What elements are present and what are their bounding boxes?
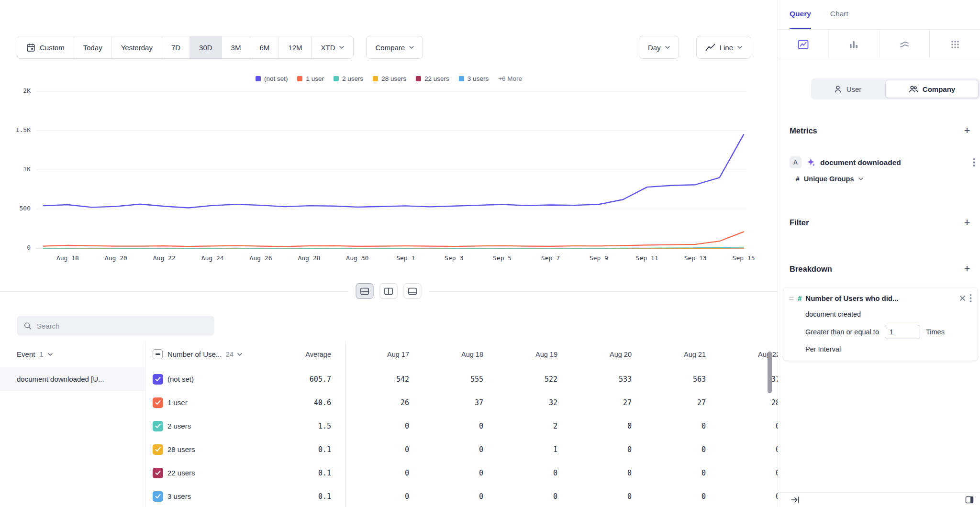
metric-event-name[interactable]: document downloaded (820, 158, 968, 167)
event-list-column: Event 1 document downloaded [U... (0, 341, 145, 507)
range-6m[interactable]: 6M (250, 36, 278, 58)
row-checkbox[interactable] (153, 421, 163, 431)
row-checkbox-cell (145, 421, 167, 431)
calendar-icon (26, 43, 35, 52)
range-xtd[interactable]: XTD (311, 36, 353, 58)
measure-dropdown[interactable]: # Unique Groups (796, 175, 863, 183)
series-column-header[interactable]: Number of Use... 24 (167, 350, 268, 358)
row-checkbox-cell (145, 491, 167, 502)
entity-user-option[interactable]: User (811, 78, 884, 99)
metric-menu-icon[interactable] (973, 158, 975, 167)
toggle-sidebar-icon[interactable] (965, 495, 974, 505)
breakdown-event[interactable]: document created (805, 310, 972, 318)
chart-type-dropdown[interactable]: Line (696, 36, 751, 59)
interval-dropdown[interactable]: Day (639, 36, 679, 59)
row-value: 0 (640, 445, 714, 454)
add-filter-button[interactable]: + (961, 216, 973, 229)
metrics-heading: Metrics (790, 126, 817, 135)
row-checkbox[interactable] (153, 374, 163, 385)
viz-tab-bar[interactable] (829, 30, 880, 59)
drag-handle-icon[interactable] (789, 296, 794, 301)
table-row[interactable]: 1 user40.6263732272728 (145, 391, 778, 414)
table-header-row: Number of Use... 24 Average Aug 17Aug 18… (145, 341, 778, 367)
metric-item[interactable]: A document downloaded (790, 156, 975, 168)
date-column-header: Aug 19 (492, 351, 566, 358)
layout-bottom-bar-button[interactable] (404, 283, 422, 299)
legend-item[interactable]: 1 user (297, 75, 324, 82)
search-icon (24, 322, 32, 330)
row-label: 2 users (167, 422, 268, 430)
event-list-item[interactable]: document downloaded [U... (0, 367, 145, 391)
table-row[interactable]: 28 users0.1001000 (145, 438, 778, 461)
legend-item[interactable]: 2 users (334, 75, 363, 82)
row-checkbox[interactable] (153, 468, 163, 478)
legend-item[interactable]: (not set) (256, 75, 288, 82)
row-average: 1.5 (268, 422, 344, 430)
range-3m[interactable]: 3M (222, 36, 250, 58)
range-yesterday[interactable]: Yesterday (111, 36, 162, 58)
row-value: 542 (344, 375, 418, 384)
tab-query[interactable]: Query (790, 0, 811, 29)
event-column-header[interactable]: Event 1 (0, 341, 145, 367)
row-checkbox[interactable] (153, 491, 163, 502)
range-7d[interactable]: 7D (162, 36, 189, 58)
legend-more[interactable]: +6 More (498, 75, 522, 82)
breakdown-title[interactable]: Number of Users who did... (805, 294, 956, 302)
chevron-down-icon (339, 46, 344, 49)
company-option-label: Company (923, 85, 955, 93)
x-tick-label: Aug 18 (56, 254, 79, 262)
row-checkbox[interactable] (153, 397, 163, 408)
legend-item[interactable]: 28 users (373, 75, 406, 82)
table-body: (not set)605.75425555225335635371 user40… (145, 367, 778, 507)
x-tick-label: Sep 15 (733, 254, 755, 262)
legend-item[interactable]: 3 users (459, 75, 489, 82)
line-chart-icon (705, 44, 715, 51)
row-value: 0 (566, 492, 640, 501)
table-row[interactable]: 2 users1.5002000 (145, 414, 778, 438)
compare-button[interactable]: Compare (366, 36, 423, 59)
tab-chart[interactable]: Chart (830, 0, 848, 29)
per-interval-label[interactable]: Per Interval (805, 345, 972, 353)
y-tick-label: 1.5K (3, 126, 31, 133)
range-30d[interactable]: 30D (189, 36, 222, 58)
viz-tab-line[interactable] (778, 30, 829, 59)
range-today[interactable]: Today (74, 36, 111, 58)
x-tick-label: Aug 22 (153, 254, 176, 262)
legend-item[interactable]: 22 users (416, 75, 449, 82)
add-metric-button[interactable]: + (961, 124, 973, 137)
add-breakdown-button[interactable]: + (961, 263, 973, 275)
table-row[interactable]: (not set)605.7542555522533563537 (145, 367, 778, 391)
user-icon (834, 85, 842, 93)
layout-split-vertical-button[interactable] (380, 283, 398, 299)
user-option-label: User (846, 85, 862, 93)
chevron-down-icon (665, 46, 670, 49)
range-12m[interactable]: 12M (278, 36, 311, 58)
times-value-input[interactable] (885, 325, 920, 339)
select-all-checkbox[interactable] (153, 349, 163, 359)
row-value: 0 (714, 469, 778, 477)
layout-split-horizontal-button[interactable] (356, 283, 374, 299)
measure-label: Unique Groups (804, 175, 854, 183)
row-value: 0 (418, 445, 492, 454)
row-value: 0 (714, 422, 778, 430)
x-tick-label: Aug 24 (201, 254, 224, 262)
check-icon (155, 377, 161, 382)
search-input[interactable] (37, 322, 207, 330)
viz-tab-flow[interactable] (880, 30, 930, 59)
chart-type-label: Line (720, 44, 733, 52)
collapse-panel-icon[interactable] (791, 496, 800, 504)
table-row[interactable]: 3 users0.1000000 (145, 485, 778, 507)
date-column-header: Aug 20 (566, 351, 640, 358)
table-row[interactable]: 22 users0.1000000 (145, 461, 778, 485)
frozen-column-divider (345, 341, 346, 507)
row-checkbox[interactable] (153, 444, 163, 455)
table-scrollbar[interactable] (768, 352, 772, 393)
range-custom[interactable]: Custom (17, 36, 74, 58)
remove-breakdown-icon[interactable] (959, 295, 966, 301)
layout-toggles (348, 283, 429, 299)
breakdown-condition-row: Greater than or equal to Times (805, 325, 972, 339)
breakdown-menu-icon[interactable] (969, 294, 972, 303)
condition-label[interactable]: Greater than or equal to (805, 328, 879, 336)
entity-company-option[interactable]: Company (885, 80, 979, 98)
viz-tab-grid[interactable] (930, 30, 980, 59)
